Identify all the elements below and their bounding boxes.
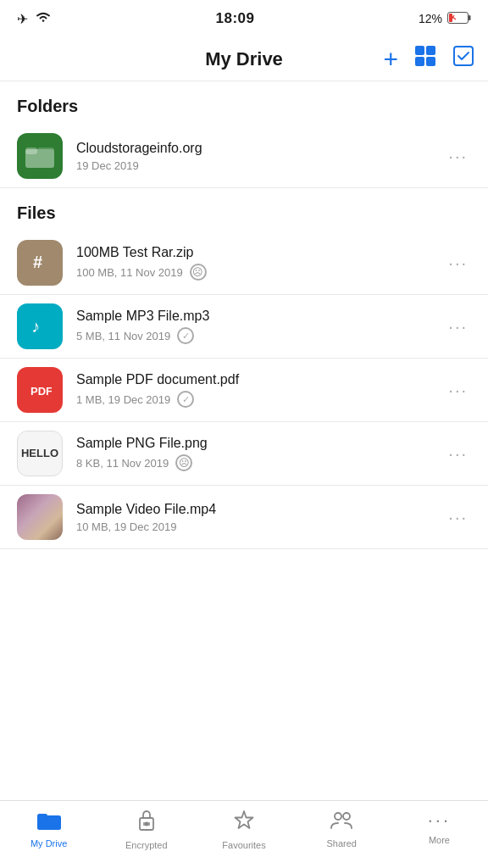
file-name: Sample PDF document.pdf (76, 372, 431, 387)
file-info: 100MB Test Rar.zip 100 MB, 11 Nov 2019 ☹ (76, 245, 431, 281)
svg-rect-1 (449, 14, 452, 22)
file-name: Sample PNG File.png (76, 436, 431, 451)
wifi-icon (35, 11, 52, 26)
file-more-button[interactable]: ··· (445, 504, 471, 531)
svg-rect-6 (426, 46, 435, 55)
file-more-button[interactable]: ··· (445, 250, 471, 276)
status-right: 12% (419, 12, 471, 26)
folder-icon (17, 133, 63, 179)
svg-point-23 (343, 813, 350, 820)
bottom-nav: My Drive Encrypted Favourites (0, 800, 488, 868)
status-time: 18:09 (215, 10, 254, 27)
list-item[interactable]: HELLO Sample PNG File.png 8 KB, 11 Nov 2… (0, 422, 488, 486)
file-meta: 1 MB, 19 Dec 2019 ✓ (76, 391, 431, 408)
folder-info: Cloudstorageinfo.org 19 Dec 2019 (76, 141, 431, 172)
folder-name: Cloudstorageinfo.org (76, 141, 431, 156)
svg-rect-2 (469, 15, 471, 20)
svg-point-22 (335, 813, 341, 820)
list-item[interactable]: Cloudstorageinfo.org 19 Dec 2019 ··· (0, 125, 488, 188)
file-info: Sample MP3 File.mp3 5 MB, 11 Nov 2019 ✓ (76, 309, 431, 344)
battery-percent: 12% (419, 12, 442, 25)
svg-rect-8 (426, 57, 435, 66)
list-item[interactable]: # 100MB Test Rar.zip 100 MB, 11 Nov 2019… (0, 231, 488, 295)
nav-label-more: More (429, 835, 450, 845)
status-left: ✈ (17, 11, 52, 27)
folder-more-button[interactable]: ··· (445, 143, 471, 170)
my-drive-icon (37, 810, 61, 835)
folder-meta: 19 Dec 2019 (76, 159, 431, 172)
grid-view-button[interactable] (413, 44, 437, 74)
nav-item-shared[interactable]: Shared (293, 810, 391, 849)
nav-label-shared: Shared (326, 838, 356, 849)
nav-label-favourites: Favourites (222, 840, 265, 850)
list-item[interactable]: ♪ Sample MP3 File.mp3 5 MB, 11 Nov 2019 … (0, 295, 488, 359)
encrypted-icon (136, 810, 157, 837)
header: My Drive + (0, 37, 488, 81)
svg-rect-7 (415, 57, 424, 66)
svg-text:#: # (33, 253, 42, 271)
file-more-button[interactable]: ··· (445, 314, 471, 340)
svg-rect-16 (37, 814, 47, 820)
list-item[interactable]: PDF Sample PDF document.pdf 1 MB, 19 Dec… (0, 359, 488, 422)
sync-status-icon: ✓ (177, 391, 194, 408)
svg-text:♪: ♪ (31, 317, 40, 336)
nav-item-my-drive[interactable]: My Drive (0, 810, 97, 849)
nav-item-more[interactable]: ··· More (391, 810, 488, 845)
video-file-icon (17, 494, 63, 540)
favourites-icon (233, 810, 255, 837)
shared-icon (330, 810, 353, 835)
file-meta: 5 MB, 11 Nov 2019 ✓ (76, 327, 431, 344)
nav-item-favourites[interactable]: Favourites (195, 810, 292, 850)
svg-rect-9 (454, 47, 473, 65)
battery-icon (447, 12, 471, 26)
mp3-file-icon: ♪ (17, 303, 63, 349)
file-name: Sample MP3 File.mp3 (76, 309, 431, 324)
nav-item-encrypted[interactable]: Encrypted (97, 810, 195, 850)
svg-rect-5 (415, 46, 424, 55)
status-bar: ✈ 18:09 12% (0, 0, 488, 37)
png-file-icon: HELLO (17, 431, 63, 476)
header-actions: + (383, 44, 474, 74)
folders-section-header: Folders (0, 81, 488, 125)
file-meta: 10 MB, 19 Dec 2019 (76, 520, 431, 533)
nav-label-my-drive: My Drive (30, 838, 67, 849)
airplane-icon: ✈ (17, 11, 28, 27)
nav-label-encrypted: Encrypted (125, 840, 168, 850)
pdf-file-icon: PDF (17, 367, 63, 413)
file-info: Sample Video File.mp4 10 MB, 19 Dec 2019 (76, 502, 431, 533)
sync-status-icon: ✓ (177, 327, 194, 344)
svg-text:PDF: PDF (30, 385, 52, 398)
file-info: Sample PNG File.png 8 KB, 11 Nov 2019 ☹ (76, 436, 431, 471)
file-name: 100MB Test Rar.zip (76, 245, 431, 260)
file-meta: 8 KB, 11 Nov 2019 ☹ (76, 454, 431, 471)
zip-file-icon: # (17, 240, 63, 286)
main-content: Folders Cloudstorageinfo.org 19 Dec 2019… (0, 81, 488, 621)
page-title: My Drive (205, 48, 283, 70)
sync-status-icon: ☹ (190, 264, 207, 281)
add-button[interactable]: + (383, 45, 398, 74)
file-more-button[interactable]: ··· (445, 377, 471, 403)
file-more-button[interactable]: ··· (445, 441, 471, 467)
sync-status-icon: ☹ (175, 454, 192, 471)
file-meta: 100 MB, 11 Nov 2019 ☹ (76, 264, 431, 281)
files-section-header: Files (0, 188, 488, 231)
list-item[interactable]: Sample Video File.mp4 10 MB, 19 Dec 2019… (0, 486, 488, 549)
file-name: Sample Video File.mp4 (76, 502, 431, 517)
svg-marker-21 (236, 811, 253, 828)
select-button[interactable] (452, 45, 474, 73)
more-icon: ··· (428, 810, 451, 832)
file-info: Sample PDF document.pdf 1 MB, 19 Dec 201… (76, 372, 431, 408)
